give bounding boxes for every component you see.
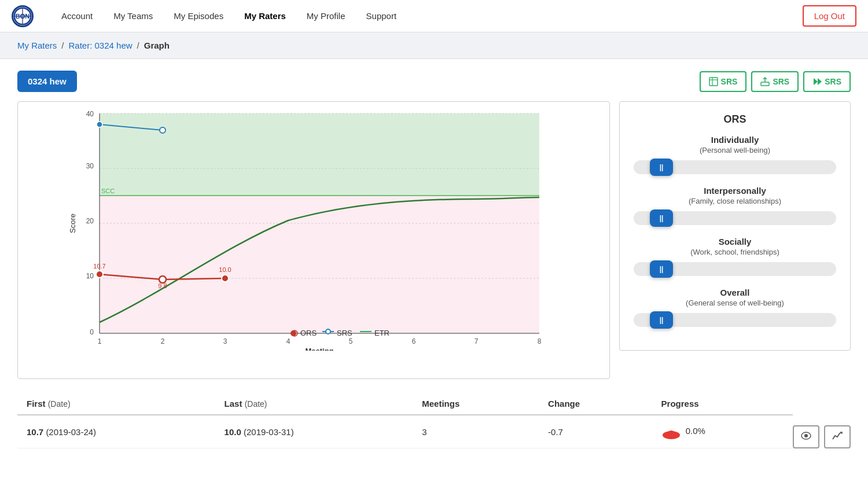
logo-icon: BON bbox=[12, 5, 34, 27]
svg-text:2: 2 bbox=[161, 337, 165, 345]
upload-icon bbox=[760, 77, 770, 86]
table-icon bbox=[709, 77, 718, 86]
breadcrumb-graph: Graph bbox=[144, 41, 170, 50]
svg-text:7: 7 bbox=[475, 337, 479, 345]
chart-container: SCC 10 20 30 40 0 bbox=[17, 101, 610, 379]
svg-text:40: 40 bbox=[86, 110, 94, 118]
legend-etr-label: ETR bbox=[374, 329, 389, 337]
chart-button[interactable] bbox=[824, 425, 851, 448]
svg-text:6: 6 bbox=[412, 337, 416, 345]
breadcrumb-rater[interactable]: Rater: 0324 hew bbox=[69, 41, 133, 50]
slider-interpersonally[interactable]: || bbox=[634, 211, 836, 225]
view-button[interactable] bbox=[793, 425, 819, 448]
nav-my-episodes[interactable]: My Episodes bbox=[163, 0, 234, 32]
svg-text:3: 3 bbox=[223, 337, 227, 345]
svg-text:9.8: 9.8 bbox=[158, 282, 167, 289]
ors-individually-title: Individually bbox=[634, 135, 836, 145]
forward-icon bbox=[812, 77, 822, 86]
slider-thumb-overall[interactable]: || bbox=[650, 311, 673, 329]
srs-btn-label-2: SRS bbox=[773, 77, 789, 86]
legend-ors-label: ORS bbox=[300, 329, 317, 337]
col-progress: Progress bbox=[652, 393, 793, 415]
svg-rect-11 bbox=[100, 113, 539, 196]
slider-thumb-socially[interactable]: || bbox=[650, 260, 673, 278]
nav-my-raters[interactable]: My Raters bbox=[234, 0, 296, 32]
svg-point-40 bbox=[804, 434, 808, 437]
srs-buttons: SRS SRS SRS bbox=[700, 71, 851, 92]
breadcrumb-my-raters[interactable]: My Raters bbox=[17, 41, 57, 50]
progress-value: 0.0% bbox=[652, 415, 793, 448]
svg-text:10.7: 10.7 bbox=[93, 263, 105, 270]
breadcrumb: My Raters / Rater: 0324 hew / Graph bbox=[0, 32, 868, 59]
legend-srs-icon bbox=[326, 329, 330, 334]
scc-label: SCC bbox=[101, 187, 115, 194]
chart-panel-row: SCC 10 20 30 40 0 bbox=[17, 101, 851, 379]
table-action-buttons bbox=[793, 425, 851, 448]
stats-table: First (Date) Last (Date) Meetings Change… bbox=[17, 393, 793, 448]
ors-section-socially: Socially (Work, school, friendships) || bbox=[634, 237, 836, 276]
srs-button-1[interactable]: SRS bbox=[700, 71, 747, 92]
nav-account[interactable]: Account bbox=[51, 0, 103, 32]
svg-text:Score: Score bbox=[68, 214, 77, 233]
nav-support[interactable]: Support bbox=[356, 0, 407, 32]
table-row: 10.7 (2019-03-24) 10.0 (2019-03-31) 3 -0… bbox=[17, 415, 793, 448]
ors-overall-title: Overall bbox=[634, 288, 836, 297]
change-value: -0.7 bbox=[539, 415, 652, 448]
logout-button[interactable]: Log Out bbox=[803, 5, 856, 27]
svg-rect-12 bbox=[100, 196, 539, 333]
slider-thumb-individually[interactable]: || bbox=[650, 159, 673, 176]
srs-btn-label-3: SRS bbox=[825, 77, 841, 86]
col-last: Last (Date) bbox=[215, 393, 413, 415]
svg-text:20: 20 bbox=[86, 217, 94, 225]
legend-srs-label: SRS bbox=[337, 329, 352, 337]
logo: BON bbox=[12, 5, 34, 27]
srs-point-1 bbox=[97, 122, 102, 127]
col-change: Change bbox=[539, 393, 652, 415]
rater-badge: 0324 hew bbox=[17, 71, 77, 92]
ors-section-interpersonally: Interpersonally (Family, close relations… bbox=[634, 186, 836, 225]
svg-text:0: 0 bbox=[90, 328, 94, 336]
meetings-value: 3 bbox=[413, 415, 539, 448]
nav-links: Account My Teams My Episodes My Raters M… bbox=[51, 0, 803, 32]
nav-my-teams[interactable]: My Teams bbox=[103, 0, 163, 32]
svg-text:4: 4 bbox=[286, 337, 290, 345]
ors-overall-sub: (General sense of well-being) bbox=[634, 299, 836, 307]
col-meetings: Meetings bbox=[413, 393, 539, 415]
svg-text:30: 30 bbox=[86, 162, 94, 170]
slider-overall[interactable]: || bbox=[634, 313, 836, 327]
svg-text:1: 1 bbox=[98, 337, 102, 345]
ors-section-overall: Overall (General sense of well-being) || bbox=[634, 288, 836, 327]
eye-icon bbox=[801, 432, 811, 440]
ors-panel-title: ORS bbox=[634, 113, 836, 126]
nav-my-profile[interactable]: My Profile bbox=[296, 0, 356, 32]
ors-interpersonally-title: Interpersonally bbox=[634, 186, 836, 196]
svg-text:5: 5 bbox=[349, 337, 353, 345]
ors-interpersonally-sub: (Family, close relationships) bbox=[634, 197, 836, 205]
svg-text:Meeting: Meeting bbox=[305, 347, 333, 351]
srs-point-2 bbox=[160, 127, 165, 133]
slider-socially[interactable]: || bbox=[634, 262, 836, 276]
ors-panel: ORS Individually (Personal well-being) |… bbox=[619, 101, 851, 351]
last-value: 10.0 (2019-03-31) bbox=[215, 415, 413, 448]
chart-icon bbox=[832, 431, 843, 440]
srs-button-3[interactable]: SRS bbox=[803, 71, 851, 92]
ors-point-1 bbox=[96, 271, 103, 278]
breadcrumb-sep-2: / bbox=[137, 41, 139, 50]
svg-marker-10 bbox=[818, 78, 822, 85]
srs-button-2[interactable]: SRS bbox=[751, 71, 799, 92]
ors-socially-sub: (Work, school, friendships) bbox=[634, 248, 836, 256]
svg-text:10: 10 bbox=[86, 272, 94, 280]
slider-thumb-interpersonally[interactable]: || bbox=[650, 209, 673, 227]
svg-text:10.0: 10.0 bbox=[219, 266, 231, 273]
first-value: 10.7 (2019-03-24) bbox=[17, 415, 215, 448]
main-chart: SCC 10 20 30 40 0 bbox=[24, 108, 604, 351]
svg-rect-5 bbox=[709, 78, 718, 86]
breadcrumb-sep-1: / bbox=[61, 41, 64, 50]
svg-rect-8 bbox=[761, 82, 769, 86]
svg-marker-9 bbox=[814, 78, 818, 85]
slider-individually[interactable]: || bbox=[634, 160, 836, 174]
ors-individually-sub: (Personal well-being) bbox=[634, 146, 836, 154]
col-first: First (Date) bbox=[17, 393, 215, 415]
main-content: 0324 hew SRS SRS SRS bbox=[0, 59, 868, 460]
ors-section-individually: Individually (Personal well-being) || bbox=[634, 135, 836, 174]
